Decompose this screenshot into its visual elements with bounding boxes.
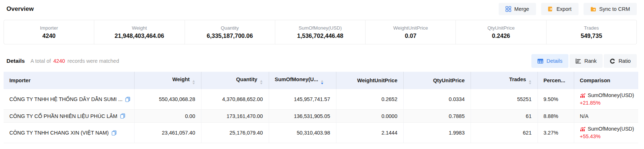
stat-value: 549,735 [581,32,602,39]
view-tab-label: Details [547,58,562,64]
trend-chart-icon [580,127,586,132]
stat-label: Importer [40,25,58,31]
column-label: Weight [172,76,190,82]
export-button-label: Export [557,6,572,12]
percent-cell: 9.50% [538,89,574,110]
total-prefix: A total of [31,58,51,64]
sort-icon[interactable]: ▲▼ [529,80,531,84]
weight-cell: 0.00 [134,110,201,123]
quantity-cell: 4,370,868,652.00 [201,89,269,110]
stat-label: Quantity [221,25,239,31]
stat-qty-unit-price: QtyUnitPrice 0.2426 [456,20,546,44]
stat-label: QtyUnitPrice [487,25,515,31]
stat-label: Weight [132,25,147,31]
column-label: QtyUnitPrice [433,78,465,83]
sync-to-crm-button[interactable]: Sync to CRM [584,3,637,15]
percent-cell: 8.88% [538,110,574,123]
export-icon [548,6,553,12]
column-label: Importer [9,78,31,83]
column-label: Percen... [544,78,565,83]
quantity-cell: 25,176,079.40 [201,123,269,143]
folder-sync-icon [590,6,596,12]
details-bar: Details A total of4240records were match… [6,54,637,68]
importer-name: CÔNG TY TNHH CHANG XIN (VIỆT NAM) [9,130,109,136]
total-suffix: records were matched [68,58,119,64]
importer-cell: CÔNG TY TNHH HỆ THỐNG DÂY DẪN SUMI ... [4,89,134,110]
sort-icon[interactable]: ▲▼ [260,80,263,84]
column-label: Trades [509,76,526,82]
table-header-row: Importer Weight▲▼ Quantity▲▼ SumOfMoney(… [4,72,638,89]
column-header-sum-of-money[interactable]: SumOfMoney(U...▲▼ [269,72,336,89]
stat-value: 6,335,187,700.06 [207,32,253,39]
qty-unit-price-cell: 0.0334 [403,89,471,110]
table-row: CÔNG TY TNHH CHANG XIN (VIỆT NAM) 23,461… [4,123,638,143]
trades-cell: 621 [471,123,538,143]
percent-cell: 3.27% [538,123,574,143]
column-header-quantity[interactable]: Quantity▲▼ [201,72,269,89]
details-heading: Details [6,58,25,64]
view-tab-label: Rank [584,58,597,64]
weight-unit-price-cell: 0.2652 [336,89,403,110]
sum-of-money-cell: 136,531,905.05 [269,110,336,123]
comparison-metric-label: SumOfMoney(USD) [588,125,634,133]
copy-icon[interactable] [120,113,125,119]
stat-label: SumOfMoney(USD) [299,25,342,31]
comparison-cell: SumOfMoney(USD) +55.43% [574,123,638,143]
importer-name: CÔNG TY CỔ PHẦN NHIÊN LIỆU PHÚC LÂM [9,113,117,119]
view-tab-label: Ratio [618,58,631,64]
stat-value: 0.2426 [492,32,510,39]
comparison-cell: SumOfMoney(USD) +21.85% [574,89,638,110]
copy-icon[interactable] [125,97,130,102]
column-label: Quantity [236,76,257,82]
view-tab-details[interactable]: Details [531,54,568,68]
stat-value: 1,536,702,446.48 [297,32,343,39]
overview-stats-card: Importer 4240 Weight 21,948,403,464.06 Q… [4,20,637,44]
weight-unit-price-cell: 2.1444 [336,123,403,143]
merge-button[interactable]: Merge [499,3,536,15]
sync-to-crm-button-label: Sync to CRM [599,6,630,12]
total-count: 4240 [53,58,65,64]
stat-weight-unit-price: WeightUnitPrice 0.07 [366,20,456,44]
stat-value: 0.07 [405,32,416,39]
export-button[interactable]: Export [541,3,579,15]
view-tab-rank[interactable]: Rank [570,54,603,68]
stat-label: WeightUnitPrice [393,25,428,31]
trades-cell: 55251 [471,89,538,110]
weight-unit-price-cell: 0.0000 [336,110,403,123]
comparison-metric-label: SumOfMoney(USD) [588,92,634,99]
importer-cell: CÔNG TY TNHH CHANG XIN (VIỆT NAM) [4,123,134,143]
view-switch: Details Rank Ratio [531,54,637,68]
stat-weight: Weight 21,948,403,464.06 [94,20,185,44]
weight-cell: 550,430,068.28 [134,89,201,110]
comparison-na: N/A [580,113,589,119]
column-header-percent: Percen... [538,72,574,89]
column-header-weight-unit-price: WeightUnitPrice [336,72,403,89]
comparison-change: +55.43% [580,133,633,140]
quantity-cell: 173,161,470.00 [201,110,269,123]
trend-chart-icon [580,93,586,98]
merge-icon [505,6,511,12]
importer-cell: CÔNG TY CỔ PHẦN NHIÊN LIỆU PHÚC LÂM [4,110,134,123]
column-header-comparison: Comparison [574,72,638,89]
trades-cell: 61 [471,110,538,123]
sum-of-money-cell: 145,957,741.57 [269,89,336,110]
table-row: CÔNG TY CỔ PHẦN NHIÊN LIỆU PHÚC LÂM 0.00… [4,110,638,123]
sort-icon[interactable]: ▲▼ [192,80,195,84]
records-matched-text: A total of4240records were matched [31,58,119,64]
table-row: CÔNG TY TNHH HỆ THỐNG DÂY DẪN SUMI ... 5… [4,89,638,110]
topbar: Overview Merge Export Sync to CRM [0,0,644,15]
copy-icon[interactable] [112,130,117,136]
column-header-weight[interactable]: Weight▲▼ [134,72,201,89]
stat-trades: Trades 549,735 [547,20,636,44]
column-label: WeightUnitPrice [357,78,398,83]
column-header-qty-unit-price: QtyUnitPrice [403,72,471,89]
stat-quantity: Quantity 6,335,187,700.06 [185,20,275,44]
sort-icon-active-desc[interactable]: ▲▼ [321,80,323,84]
view-tab-ratio[interactable]: Ratio [604,54,637,68]
stat-value: 4240 [42,32,56,39]
details-table: Importer Weight▲▼ Quantity▲▼ SumOfMoney(… [4,72,638,143]
stat-sum-of-money: SumOfMoney(USD) 1,536,702,446.48 [275,20,366,44]
comparison-cell: N/A [574,110,638,123]
table-icon [538,59,543,63]
column-header-trades[interactable]: Trades▲▼ [471,72,538,89]
